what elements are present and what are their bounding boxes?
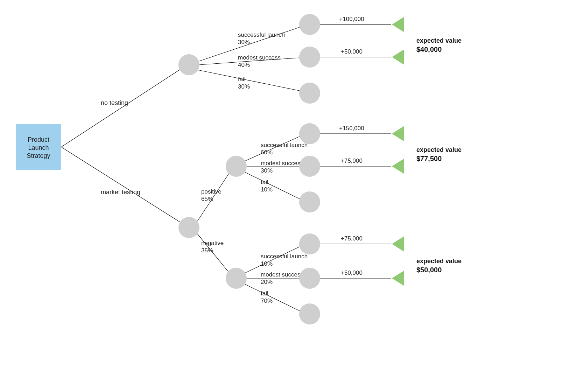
value-neg-success: +75,000 bbox=[341, 235, 363, 242]
label-pos-modest: modest success bbox=[261, 160, 303, 167]
outcome-node-nt-fail bbox=[299, 83, 320, 104]
outcome-node-pos-success bbox=[299, 123, 320, 144]
value-nt-success: +100,000 bbox=[339, 16, 364, 22]
value-pos-modest: +75,000 bbox=[341, 158, 363, 164]
ev-title-pos: expected value bbox=[416, 146, 462, 153]
label-neg-success: successful launch bbox=[261, 253, 308, 260]
ev-title-neg: expected value bbox=[416, 258, 462, 265]
ev-amount-nt: $40,000 bbox=[416, 46, 442, 53]
edge-neg-success bbox=[245, 247, 300, 273]
label-no-testing: no testing bbox=[101, 99, 128, 106]
value-pos-success: +150,000 bbox=[339, 125, 364, 132]
value-nt-modest: +50,000 bbox=[341, 48, 363, 55]
prob-nt-success: 30% bbox=[238, 39, 250, 46]
edge-pos-fail bbox=[245, 172, 301, 200]
chance-node-notesting bbox=[178, 54, 199, 75]
outcome-node-neg-success bbox=[299, 233, 320, 254]
label-nt-modest: modest success bbox=[238, 54, 281, 61]
label-market-testing: market testing bbox=[101, 189, 140, 196]
outcome-node-nt-modest bbox=[299, 47, 320, 68]
outcome-node-nt-success bbox=[299, 14, 320, 35]
edge-neg-fail bbox=[245, 284, 301, 312]
label-neg-fail: fail bbox=[261, 290, 268, 297]
prob-neg-modest: 20% bbox=[261, 279, 273, 285]
edge-pos-success bbox=[245, 136, 300, 161]
prob-pos-fail: 10% bbox=[261, 186, 273, 193]
terminal-neg-success bbox=[392, 236, 404, 252]
prob-negative: 35% bbox=[201, 247, 213, 254]
edge-root-to-notesting bbox=[61, 68, 183, 147]
label-nt-fail: fail bbox=[238, 76, 246, 83]
prob-pos-success: 60% bbox=[261, 149, 273, 156]
prob-neg-success: 10% bbox=[261, 260, 273, 267]
terminal-neg-modest bbox=[392, 271, 404, 286]
decision-tree-diagram: Product Launch Strategy no testing succe… bbox=[0, 0, 577, 392]
root-label-line3: Strategy bbox=[27, 152, 50, 159]
chance-node-markettesting bbox=[178, 217, 199, 238]
terminal-pos-success bbox=[392, 126, 404, 141]
label-positive: positive bbox=[201, 188, 221, 195]
outcome-node-neg-modest bbox=[299, 268, 320, 289]
label-pos-fail: fail bbox=[261, 179, 268, 186]
chance-node-negative bbox=[226, 268, 247, 289]
terminal-pos-modest bbox=[392, 159, 404, 174]
outcome-node-pos-modest bbox=[299, 156, 320, 177]
edge-root-to-markettesting bbox=[61, 147, 183, 224]
label-negative: negative bbox=[201, 240, 224, 246]
label-pos-success: successful launch bbox=[261, 142, 308, 148]
outcome-node-neg-fail bbox=[299, 303, 320, 324]
value-neg-modest: +50,000 bbox=[341, 270, 363, 276]
ev-amount-neg: $50,000 bbox=[416, 266, 442, 274]
prob-nt-modest: 40% bbox=[238, 62, 250, 68]
terminal-nt-success bbox=[392, 17, 404, 32]
ev-title-nt: expected value bbox=[416, 37, 462, 44]
outcome-node-pos-fail bbox=[299, 191, 320, 212]
prob-nt-fail: 30% bbox=[238, 83, 250, 90]
label-nt-success: successful launch bbox=[238, 31, 285, 38]
label-neg-modest: modest success bbox=[261, 271, 303, 278]
prob-pos-modest: 30% bbox=[261, 167, 273, 174]
root-label-line1: Product bbox=[28, 136, 49, 143]
chance-node-positive bbox=[226, 156, 247, 177]
terminal-nt-modest bbox=[392, 49, 404, 65]
prob-positive: 65% bbox=[201, 196, 213, 202]
root-label-line2: Launch bbox=[28, 144, 49, 151]
prob-neg-fail: 70% bbox=[261, 298, 273, 304]
ev-amount-pos: $77,500 bbox=[416, 155, 442, 162]
